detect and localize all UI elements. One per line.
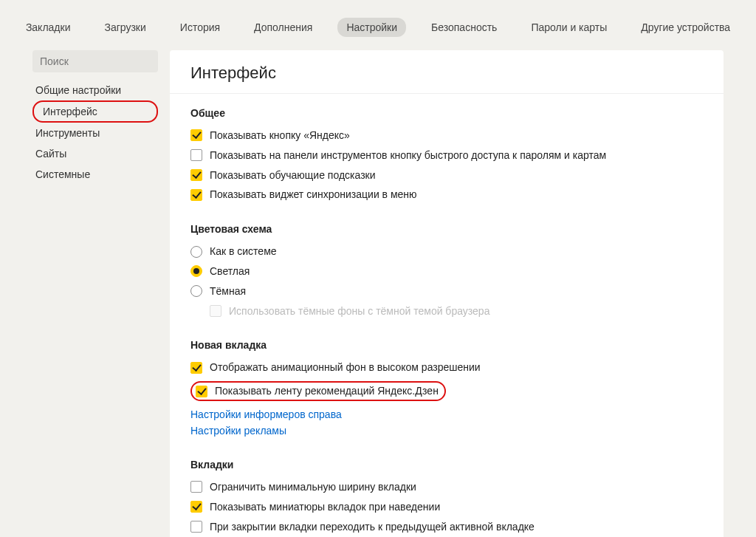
checkbox-limit-min-tab-width[interactable]	[190, 481, 202, 493]
tab-security[interactable]: Безопасность	[422, 18, 506, 37]
tab-bookmarks[interactable]: Закладки	[17, 18, 80, 37]
checkbox-label: Показывать миниатюры вкладок при наведен…	[210, 501, 440, 513]
checkbox-animated-bg-hd[interactable]	[190, 362, 202, 374]
section-heading: Цветовая схема	[190, 223, 703, 235]
checkbox-label: Показывать обучающие подсказки	[210, 169, 376, 182]
checkbox-close-goto-prev-active[interactable]	[190, 521, 202, 533]
section-heading: Новая вкладка	[190, 339, 703, 351]
checkbox-show-tutorial-hints[interactable]	[190, 169, 202, 181]
checkbox-label: Показывать кнопку «Яндекс»	[210, 129, 350, 142]
radio-label: Тёмная	[210, 285, 246, 298]
search-input[interactable]	[40, 55, 151, 67]
tab-settings[interactable]: Настройки	[337, 18, 406, 37]
sidebar-item-general[interactable]: Общие настройки	[32, 80, 158, 100]
checkbox-label: Отображать анимационный фон в высоком ра…	[210, 361, 481, 374]
checkbox-label: Ограничить минимальную ширину вкладки	[210, 481, 416, 493]
checkbox-show-sync-widget[interactable]	[190, 189, 202, 201]
checkbox-show-zen-feed[interactable]	[196, 386, 207, 397]
radio-label: Как в системе	[210, 245, 277, 258]
radio-scheme-system[interactable]	[190, 246, 202, 258]
sidebar-item-interface[interactable]: Интерфейс	[32, 100, 158, 123]
section-general: Общее Показывать кнопку «Яндекс» Показыв…	[190, 107, 703, 201]
checkbox-dark-backgrounds	[210, 305, 221, 317]
checkbox-label: Показывать ленту рекомендаций Яндекс.Дзе…	[215, 385, 439, 397]
page-title: Интерфейс	[190, 64, 703, 83]
highlighted-setting-zen: Показывать ленту рекомендаций Яндекс.Дзе…	[190, 381, 446, 401]
checkbox-label: Показывать на панели инструментов кнопку…	[210, 149, 606, 162]
radio-scheme-dark[interactable]	[190, 285, 202, 297]
search-box[interactable]	[32, 50, 158, 72]
checkbox-label: Показывать виджет синхронизации в меню	[210, 188, 417, 201]
tab-devices[interactable]: Другие устройства	[632, 18, 739, 37]
section-heading: Общее	[190, 107, 703, 119]
radio-scheme-light[interactable]	[190, 265, 202, 277]
checkbox-label: Использовать тёмные фоны с тёмной темой …	[229, 305, 489, 318]
link-informers-settings[interactable]: Настройки информеров справа	[190, 408, 703, 420]
sidebar: Общие настройки Интерфейс Инструменты Са…	[32, 50, 158, 537]
checkbox-label: При закрытии вкладки переходить к предыд…	[210, 521, 535, 533]
link-ads-settings[interactable]: Настройки рекламы	[190, 425, 703, 437]
sidebar-item-tools[interactable]: Инструменты	[32, 123, 158, 143]
tab-history[interactable]: История	[171, 18, 229, 37]
section-new-tab: Новая вкладка Отображать анимационный фо…	[190, 339, 703, 437]
checkbox-show-passwords-toolbar[interactable]	[190, 149, 202, 161]
radio-label: Светлая	[210, 265, 250, 278]
section-color-scheme: Цветовая схема Как в системе Светлая Тём…	[190, 223, 703, 317]
tab-passwords[interactable]: Пароли и карты	[522, 18, 616, 37]
sidebar-item-sites[interactable]: Сайты	[32, 143, 158, 164]
checkbox-show-yandex-button[interactable]	[190, 129, 202, 141]
tab-downloads[interactable]: Загрузки	[95, 18, 154, 37]
settings-panel: Интерфейс Общее Показывать кнопку «Яндек…	[170, 50, 724, 537]
section-tabs: Вкладки Ограничить минимальную ширину вк…	[190, 459, 703, 537]
checkbox-tab-thumbnails[interactable]	[190, 501, 202, 513]
section-heading: Вкладки	[190, 459, 703, 471]
top-tabs: Закладки Загрузки История Дополнения Нас…	[0, 0, 756, 50]
tab-addons[interactable]: Дополнения	[245, 18, 321, 37]
sidebar-item-system[interactable]: Системные	[32, 164, 158, 185]
